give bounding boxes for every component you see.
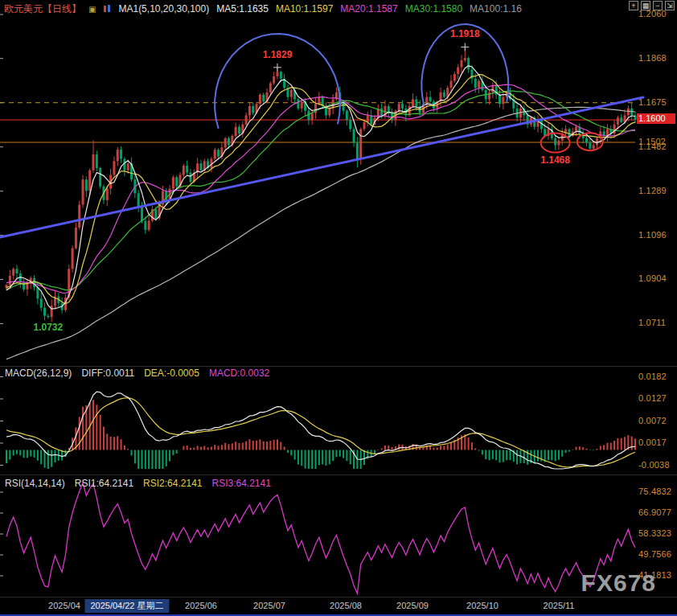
- macd-axis-label: -0.0038: [638, 460, 670, 470]
- time-axis-label: 2025/09: [396, 601, 429, 610]
- selected-date-label: 2025/04/22 星期二: [84, 599, 169, 613]
- price-axis-label: 1.1868: [638, 53, 667, 63]
- price-axis-label: 1.1289: [638, 186, 667, 195]
- rsi-axis-label: 66.9077: [638, 507, 671, 517]
- macd-params-label[interactable]: MACD(26,12,9): [5, 368, 72, 379]
- time-axis-label: 2025/04: [48, 601, 80, 610]
- instrument-title[interactable]: 欧元美元【日线】: [4, 2, 81, 16]
- time-axis-label: 2025/06: [185, 601, 217, 610]
- time-axis-label: 2025/10: [466, 601, 499, 610]
- price-axis-label: 1.1675: [638, 97, 667, 107]
- trading-chart-app: 1.18291.19181.14681.0732 欧元美元【日线】 ▣ MA1(…: [0, 0, 677, 616]
- rsi-axis-label: 75.4832: [638, 487, 671, 496]
- ma-legend: MA5:1.1635MA10:1.1597MA20:1.1587MA30:1.1…: [216, 3, 522, 14]
- rsi-params-label[interactable]: RSI(14,14,14): [5, 478, 65, 489]
- top-circle-annotation: [215, 34, 340, 129]
- macd-dea-value: DEA:-0.0005: [144, 368, 199, 379]
- annotation-1.1829: 1.1829: [263, 49, 293, 60]
- price-axis-label: 1.0904: [638, 273, 667, 283]
- ma-legend-item: MA5:1.1635: [216, 3, 269, 14]
- current-price-tag: 1.1600: [637, 113, 675, 124]
- annotation-1.0732: 1.0732: [33, 322, 63, 333]
- price-axis-label: 1.1096: [638, 230, 667, 240]
- zoom-out-icon[interactable]: −: [653, 1, 663, 10]
- rsi-axis-label: 58.3323: [638, 528, 671, 538]
- ma-settings-label[interactable]: MA1(5,10,20,30,100): [118, 3, 209, 14]
- macd-axis-label: 0.0017: [638, 437, 667, 447]
- rsi-axis-label: 49.7566: [638, 549, 671, 559]
- rsi3-value: RSI3:64.2141: [212, 478, 271, 489]
- instrument-badge-icon[interactable]: ▣: [88, 5, 96, 14]
- zoom-in-icon[interactable]: +: [629, 1, 638, 10]
- time-axis-label: 2025/07: [253, 601, 285, 610]
- rsi1-value: RSI1:64.2141: [75, 478, 133, 489]
- chart-header: 欧元美元【日线】 ▣ MA1(5,10,20,30,100) MA5:1.163…: [0, 0, 677, 16]
- support-price-label: 1.1502: [638, 137, 666, 146]
- fullscreen-icon[interactable]: ⇲: [665, 1, 675, 10]
- price-axis-label: 1.0711: [638, 318, 666, 327]
- candlestick-icon: [103, 4, 111, 14]
- rsi2-value: RSI2:64.2141: [143, 478, 202, 489]
- chart-canvas[interactable]: 1.18291.19181.14681.0732: [0, 0, 677, 616]
- macd-header: MACD(26,12,9) DIFF:0.0011 DEA:-0.0005 MA…: [5, 368, 269, 379]
- macd-value: MACD:0.0032: [209, 368, 269, 379]
- macd-diff-value: DIFF:0.0011: [81, 368, 134, 379]
- time-axis-label: 2025/11: [544, 601, 575, 610]
- rsi-header: RSI(14,14,14) RSI1:64.2141 RSI2:64.2141 …: [5, 478, 271, 489]
- macd-axis-label: 0.0127: [638, 393, 667, 403]
- macd-axis-label: 0.0072: [638, 416, 667, 425]
- ma-legend-item: MA10:1.1597: [276, 3, 333, 14]
- chart-type-icon[interactable]: ▦: [641, 1, 650, 10]
- fx678-watermark: FX678: [581, 569, 656, 597]
- ma-legend-item: MA30:1.1580: [405, 3, 462, 14]
- annotation-1.1468: 1.1468: [540, 154, 570, 166]
- time-axis-label: 2025/08: [330, 601, 362, 610]
- macd-axis-label: 0.0182: [638, 372, 667, 381]
- ma-legend-item: MA100:1.16: [470, 3, 522, 14]
- ma-legend-item: MA20:1.1587: [340, 3, 397, 14]
- toolbar: +▦−⇲: [629, 1, 675, 10]
- annotation-1.1918: 1.1918: [450, 28, 480, 39]
